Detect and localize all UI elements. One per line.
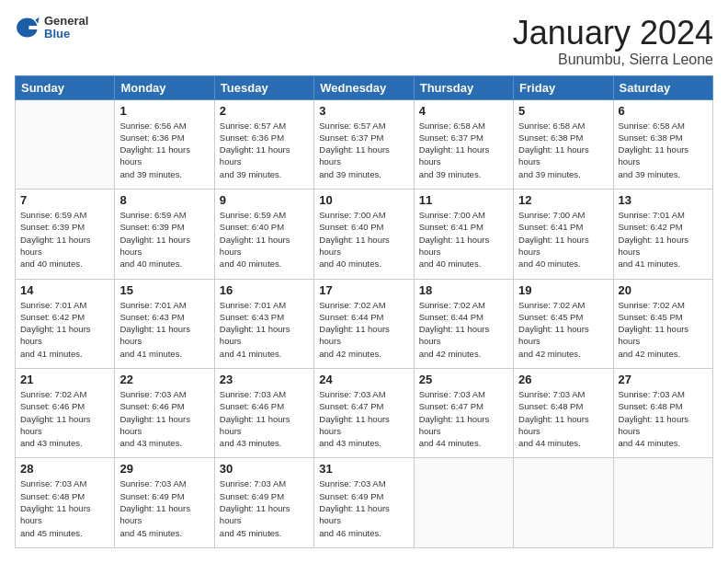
calendar-cell: 15Sunrise: 7:01 AMSunset: 6:43 PMDayligh… [115, 279, 214, 368]
calendar-cell: 23Sunrise: 7:03 AMSunset: 6:46 PMDayligh… [214, 369, 313, 458]
calendar-week-row: 28Sunrise: 7:03 AMSunset: 6:48 PMDayligh… [16, 458, 713, 548]
day-number: 16 [220, 283, 309, 297]
calendar-cell: 8Sunrise: 6:59 AMSunset: 6:39 PMDaylight… [115, 190, 214, 279]
calendar-cell: 19Sunrise: 7:02 AMSunset: 6:45 PMDayligh… [514, 279, 613, 368]
day-detail: Sunrise: 6:59 AMSunset: 6:39 PMDaylight:… [119, 209, 209, 270]
day-detail: Sunrise: 6:58 AMSunset: 6:38 PMDaylight:… [518, 120, 608, 180]
calendar-cell: 21Sunrise: 7:02 AMSunset: 6:46 PMDayligh… [16, 369, 115, 458]
title-block: January 2024 Bunumbu, Sierra Leone [513, 15, 713, 68]
calendar-cell [16, 99, 115, 189]
day-detail: Sunrise: 7:00 AMSunset: 6:41 PMDaylight:… [518, 209, 608, 270]
logo-blue: Blue [44, 27, 70, 40]
calendar-cell: 6Sunrise: 6:58 AMSunset: 6:38 PMDaylight… [613, 99, 712, 189]
day-number: 2 [220, 104, 309, 118]
day-number: 8 [119, 193, 209, 207]
day-detail: Sunrise: 7:03 AMSunset: 6:49 PMDaylight:… [220, 477, 309, 538]
calendar-cell: 5Sunrise: 6:58 AMSunset: 6:38 PMDaylight… [514, 99, 613, 189]
month-title: January 2024 [513, 15, 713, 52]
day-detail: Sunrise: 7:01 AMSunset: 6:42 PMDaylight:… [20, 299, 109, 360]
day-detail: Sunrise: 7:03 AMSunset: 6:47 PMDaylight:… [419, 388, 508, 449]
day-detail: Sunrise: 7:03 AMSunset: 6:49 PMDaylight:… [319, 477, 408, 538]
calendar-cell: 4Sunrise: 6:58 AMSunset: 6:37 PMDaylight… [414, 99, 513, 189]
day-detail: Sunrise: 6:57 AMSunset: 6:36 PMDaylight:… [220, 120, 309, 180]
day-detail: Sunrise: 7:00 AMSunset: 6:41 PMDaylight:… [419, 209, 508, 270]
day-header-saturday: Saturday [613, 75, 712, 99]
day-number: 25 [419, 373, 508, 386]
day-header-tuesday: Tuesday [214, 75, 313, 99]
calendar-cell: 14Sunrise: 7:01 AMSunset: 6:42 PMDayligh… [16, 279, 115, 368]
day-number: 26 [518, 373, 608, 386]
day-detail: Sunrise: 6:57 AMSunset: 6:37 PMDaylight:… [319, 120, 408, 180]
day-number: 27 [619, 373, 708, 386]
day-number: 19 [518, 283, 608, 297]
day-detail: Sunrise: 7:03 AMSunset: 6:47 PMDaylight:… [319, 388, 408, 449]
day-detail: Sunrise: 7:03 AMSunset: 6:46 PMDaylight:… [220, 388, 309, 449]
day-number: 7 [20, 193, 109, 207]
calendar-cell: 20Sunrise: 7:02 AMSunset: 6:45 PMDayligh… [613, 279, 712, 368]
day-number: 4 [419, 104, 508, 118]
day-detail: Sunrise: 7:00 AMSunset: 6:40 PMDaylight:… [319, 209, 408, 270]
calendar-cell: 11Sunrise: 7:00 AMSunset: 6:41 PMDayligh… [414, 190, 513, 279]
calendar-week-row: 1Sunrise: 6:56 AMSunset: 6:36 PMDaylight… [16, 99, 713, 189]
calendar-cell [414, 458, 513, 548]
calendar-week-row: 7Sunrise: 6:59 AMSunset: 6:39 PMDaylight… [16, 190, 713, 279]
day-detail: Sunrise: 7:03 AMSunset: 6:49 PMDaylight:… [119, 477, 209, 538]
calendar-cell: 27Sunrise: 7:03 AMSunset: 6:48 PMDayligh… [613, 369, 712, 458]
calendar-week-row: 14Sunrise: 7:01 AMSunset: 6:42 PMDayligh… [16, 279, 713, 368]
calendar-cell [514, 458, 613, 548]
calendar-cell: 30Sunrise: 7:03 AMSunset: 6:49 PMDayligh… [214, 458, 313, 548]
day-detail: Sunrise: 7:02 AMSunset: 6:44 PMDaylight:… [319, 299, 408, 360]
day-number: 13 [619, 193, 708, 207]
calendar: SundayMondayTuesdayWednesdayThursdayFrid… [15, 75, 713, 548]
day-detail: Sunrise: 7:03 AMSunset: 6:46 PMDaylight:… [119, 388, 209, 449]
day-detail: Sunrise: 6:59 AMSunset: 6:40 PMDaylight:… [220, 209, 309, 270]
day-detail: Sunrise: 7:02 AMSunset: 6:45 PMDaylight:… [619, 299, 708, 360]
day-number: 10 [319, 193, 408, 207]
logo: General Blue [15, 15, 88, 41]
calendar-cell: 28Sunrise: 7:03 AMSunset: 6:48 PMDayligh… [16, 458, 115, 548]
day-number: 11 [419, 193, 508, 207]
calendar-cell: 1Sunrise: 6:56 AMSunset: 6:36 PMDaylight… [115, 99, 214, 189]
day-number: 23 [220, 373, 309, 386]
day-number: 3 [319, 104, 408, 118]
calendar-cell: 13Sunrise: 7:01 AMSunset: 6:42 PMDayligh… [613, 190, 712, 279]
day-detail: Sunrise: 6:58 AMSunset: 6:38 PMDaylight:… [619, 120, 708, 180]
day-detail: Sunrise: 7:02 AMSunset: 6:44 PMDaylight:… [419, 299, 508, 360]
calendar-cell: 12Sunrise: 7:00 AMSunset: 6:41 PMDayligh… [514, 190, 613, 279]
day-detail: Sunrise: 7:03 AMSunset: 6:48 PMDaylight:… [619, 388, 708, 449]
calendar-cell: 29Sunrise: 7:03 AMSunset: 6:49 PMDayligh… [115, 458, 214, 548]
day-header-wednesday: Wednesday [314, 75, 414, 99]
day-number: 30 [220, 462, 309, 476]
calendar-cell: 18Sunrise: 7:02 AMSunset: 6:44 PMDayligh… [414, 279, 513, 368]
calendar-cell: 16Sunrise: 7:01 AMSunset: 6:43 PMDayligh… [214, 279, 313, 368]
day-detail: Sunrise: 7:03 AMSunset: 6:48 PMDaylight:… [20, 477, 109, 538]
calendar-cell: 17Sunrise: 7:02 AMSunset: 6:44 PMDayligh… [314, 279, 414, 368]
calendar-cell: 7Sunrise: 6:59 AMSunset: 6:39 PMDaylight… [16, 190, 115, 279]
calendar-cell: 3Sunrise: 6:57 AMSunset: 6:37 PMDaylight… [314, 99, 414, 189]
logo-text: General Blue [44, 15, 88, 41]
day-detail: Sunrise: 6:59 AMSunset: 6:39 PMDaylight:… [20, 209, 109, 270]
day-number: 24 [319, 373, 408, 386]
calendar-cell: 2Sunrise: 6:57 AMSunset: 6:36 PMDaylight… [214, 99, 313, 189]
day-number: 1 [119, 104, 209, 118]
day-detail: Sunrise: 7:01 AMSunset: 6:42 PMDaylight:… [619, 209, 708, 270]
page: General Blue January 2024 Bunumbu, Sierr… [0, 0, 728, 563]
day-number: 21 [20, 373, 109, 386]
day-number: 6 [619, 104, 708, 118]
calendar-cell: 22Sunrise: 7:03 AMSunset: 6:46 PMDayligh… [115, 369, 214, 458]
day-header-friday: Friday [514, 75, 613, 99]
logo-icon [15, 15, 40, 40]
header: General Blue January 2024 Bunumbu, Sierr… [15, 15, 713, 68]
day-number: 17 [319, 283, 408, 297]
day-number: 28 [20, 462, 109, 476]
calendar-cell: 9Sunrise: 6:59 AMSunset: 6:40 PMDaylight… [214, 190, 313, 279]
day-number: 5 [518, 104, 608, 118]
day-number: 14 [20, 283, 109, 297]
calendar-header-row: SundayMondayTuesdayWednesdayThursdayFrid… [16, 75, 713, 99]
day-detail: Sunrise: 7:03 AMSunset: 6:48 PMDaylight:… [518, 388, 608, 449]
day-detail: Sunrise: 7:01 AMSunset: 6:43 PMDaylight:… [119, 299, 209, 360]
calendar-cell: 24Sunrise: 7:03 AMSunset: 6:47 PMDayligh… [314, 369, 414, 458]
day-header-sunday: Sunday [16, 75, 115, 99]
day-number: 12 [518, 193, 608, 207]
day-detail: Sunrise: 7:02 AMSunset: 6:46 PMDaylight:… [20, 388, 109, 449]
